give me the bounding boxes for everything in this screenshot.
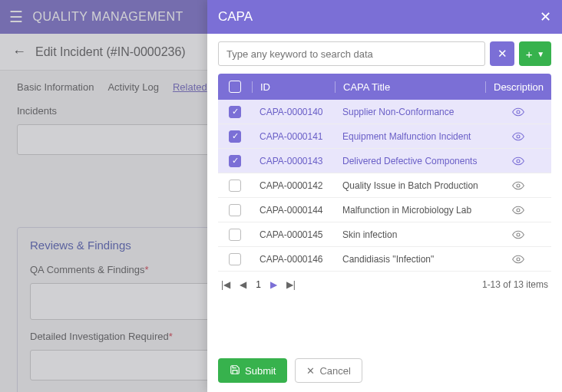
- view-icon[interactable]: [485, 206, 551, 215]
- pager-last-icon[interactable]: ▶|: [286, 279, 296, 290]
- view-icon[interactable]: [485, 181, 551, 190]
- panel-header: CAPA ✕: [207, 0, 562, 34]
- row-checkbox-cell: ✓: [218, 155, 252, 167]
- view-icon[interactable]: [485, 255, 551, 264]
- row-title: Delivered Defective Components: [335, 156, 485, 166]
- pager-next-icon[interactable]: ▶: [270, 279, 277, 290]
- row-id: CAPA-0000141: [252, 131, 335, 142]
- pager-current-page: 1: [256, 279, 261, 290]
- clear-search-button[interactable]: ✕: [490, 41, 514, 66]
- svg-point-4: [517, 209, 520, 212]
- row-checkbox-cell: [218, 180, 252, 192]
- svg-point-2: [517, 160, 520, 163]
- row-checkbox[interactable]: [229, 253, 241, 265]
- row-checkbox-cell: [218, 253, 252, 265]
- svg-point-1: [517, 135, 520, 138]
- row-checkbox[interactable]: [229, 204, 241, 216]
- table-body: ✓CAPA-0000140Supplier Non-Conformance✓CA…: [218, 100, 551, 272]
- table-row[interactable]: CAPA-0000146Candidiasis "Infection": [218, 247, 551, 272]
- submit-label: Submit: [245, 365, 276, 377]
- panel-footer: Submit ✕ Cancel: [207, 349, 562, 392]
- close-icon[interactable]: ✕: [540, 8, 551, 25]
- row-checkbox[interactable]: [229, 180, 241, 192]
- submit-button[interactable]: Submit: [218, 358, 287, 383]
- row-checkbox-cell: [218, 204, 252, 216]
- column-description[interactable]: Description: [485, 81, 551, 93]
- view-icon[interactable]: [485, 230, 551, 239]
- row-id: CAPA-0000146: [252, 254, 335, 265]
- column-capa-title[interactable]: CAPA Title: [335, 81, 485, 93]
- row-title: Quality Issue in Batch Production: [335, 180, 485, 191]
- search-input[interactable]: [218, 41, 485, 66]
- cancel-icon: ✕: [306, 365, 315, 377]
- capa-table: ID CAPA Title Description ✓CAPA-0000140S…: [207, 74, 562, 272]
- table-header: ID CAPA Title Description: [218, 74, 551, 100]
- select-all-checkbox[interactable]: [229, 81, 241, 93]
- svg-point-3: [517, 184, 520, 187]
- row-checkbox-cell: [218, 229, 252, 241]
- column-id[interactable]: ID: [252, 81, 335, 93]
- row-title: Supplier Non-Conformance: [335, 107, 485, 117]
- row-title: Malfunction in Microbiology Lab: [335, 205, 485, 216]
- pager-prev-icon[interactable]: ◀: [240, 279, 246, 290]
- panel-title: CAPA: [218, 9, 253, 25]
- row-id: CAPA-0000144: [252, 205, 335, 216]
- view-icon[interactable]: [485, 132, 551, 141]
- row-id: CAPA-0000140: [252, 107, 335, 117]
- pager-nav: |◀ ◀ 1 ▶ ▶|: [221, 279, 296, 290]
- table-row[interactable]: CAPA-0000144Malfunction in Microbiology …: [218, 198, 551, 222]
- table-row[interactable]: CAPA-0000145Skin infection: [218, 222, 551, 247]
- row-id: CAPA-0000142: [252, 180, 335, 191]
- row-checkbox[interactable]: [229, 229, 241, 241]
- row-title: Candidiasis "Infection": [335, 254, 485, 265]
- header-checkbox-cell: [218, 81, 252, 93]
- svg-point-5: [517, 233, 520, 236]
- pager-summary: 1-13 of 13 items: [482, 279, 548, 290]
- table-row[interactable]: ✓CAPA-0000143Delivered Defective Compone…: [218, 149, 551, 173]
- row-id: CAPA-0000143: [252, 156, 335, 166]
- row-checkbox[interactable]: ✓: [229, 155, 241, 167]
- table-row[interactable]: ✓CAPA-0000140Supplier Non-Conformance: [218, 100, 551, 124]
- plus-icon: +: [526, 48, 533, 61]
- add-button[interactable]: + ▼: [519, 41, 551, 66]
- svg-point-0: [517, 110, 520, 114]
- row-title: Skin infection: [335, 229, 485, 240]
- row-checkbox-cell: ✓: [218, 130, 252, 143]
- row-title: Equipment Malfunction Incident: [335, 131, 485, 142]
- row-checkbox-cell: ✓: [218, 106, 252, 118]
- pager: |◀ ◀ 1 ▶ ▶| 1-13 of 13 items: [207, 272, 562, 298]
- row-checkbox[interactable]: ✓: [229, 106, 241, 118]
- cancel-button[interactable]: ✕ Cancel: [295, 358, 362, 383]
- row-id: CAPA-0000145: [252, 229, 335, 240]
- view-icon[interactable]: [485, 156, 551, 166]
- capa-panel: CAPA ✕ ✕ + ▼ ID CAPA Title Description ✓…: [207, 0, 562, 392]
- panel-toolbar: ✕ + ▼: [207, 34, 562, 74]
- table-row[interactable]: CAPA-0000142Quality Issue in Batch Produ…: [218, 173, 551, 198]
- row-checkbox[interactable]: ✓: [229, 130, 241, 143]
- view-icon[interactable]: [485, 107, 551, 117]
- save-icon: [230, 364, 240, 377]
- pager-first-icon[interactable]: |◀: [221, 279, 230, 290]
- svg-point-6: [517, 258, 520, 261]
- chevron-down-icon: ▼: [537, 50, 544, 58]
- table-row[interactable]: ✓CAPA-0000141Equipment Malfunction Incid…: [218, 124, 551, 149]
- cancel-label: Cancel: [319, 365, 350, 377]
